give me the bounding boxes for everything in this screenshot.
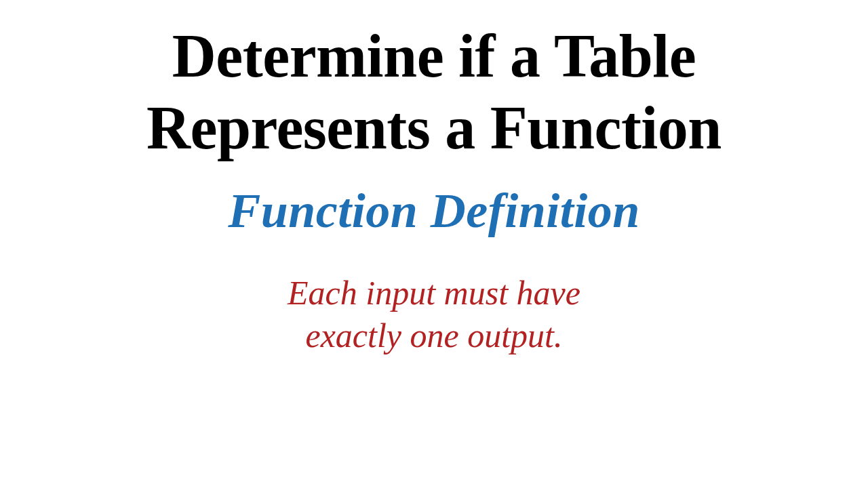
- body-line-2: exactly one output.: [305, 317, 562, 354]
- slide-body: Each input must have exactly one output.: [288, 272, 580, 357]
- title-line-2: Represents a Function: [146, 94, 722, 161]
- slide: Determine if a Table Represents a Functi…: [0, 0, 868, 488]
- title-line-1: Determine if a Table: [172, 22, 696, 89]
- slide-title: Determine if a Table Represents a Functi…: [146, 20, 722, 164]
- body-line-1: Each input must have: [288, 274, 580, 312]
- slide-subtitle: Function Definition: [228, 183, 640, 239]
